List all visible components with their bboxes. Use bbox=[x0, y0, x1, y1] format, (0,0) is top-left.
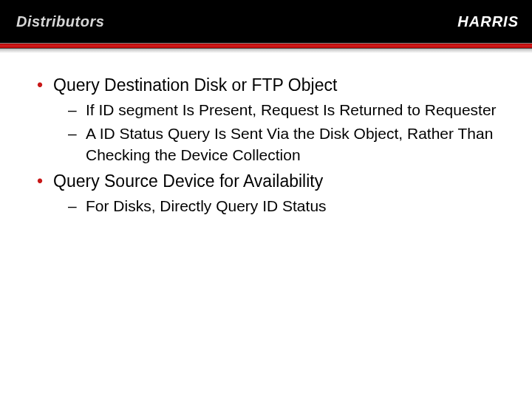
sub-list: For Disks, Directly Query ID Status bbox=[53, 196, 502, 216]
bullet-text: Query Destination Disk or FTP Object bbox=[53, 75, 337, 95]
bullet-text: Query Source Device for Availability bbox=[53, 171, 323, 191]
bullet-list: Query Destination Disk or FTP Object If … bbox=[37, 74, 502, 216]
accent-bar bbox=[0, 43, 532, 49]
list-item: If ID segment Is Present, Request Is Ret… bbox=[68, 100, 502, 120]
list-item: For Disks, Directly Query ID Status bbox=[68, 196, 502, 216]
slide-content: Query Destination Disk or FTP Object If … bbox=[0, 53, 532, 216]
list-item: Query Destination Disk or FTP Object If … bbox=[37, 74, 502, 166]
slide-title: Distributors bbox=[16, 13, 104, 30]
bullet-text: A ID Status Query Is Sent Via the Disk O… bbox=[86, 125, 493, 163]
bullet-text: If ID segment Is Present, Request Is Ret… bbox=[86, 101, 497, 118]
brand-logo: HARRIS bbox=[457, 13, 519, 30]
bullet-text: For Disks, Directly Query ID Status bbox=[86, 197, 327, 214]
sub-list: If ID segment Is Present, Request Is Ret… bbox=[53, 100, 502, 166]
list-item: Query Source Device for Availability For… bbox=[37, 170, 502, 216]
slide-header: Distributors HARRIS bbox=[0, 0, 532, 43]
list-item: A ID Status Query Is Sent Via the Disk O… bbox=[68, 123, 502, 166]
